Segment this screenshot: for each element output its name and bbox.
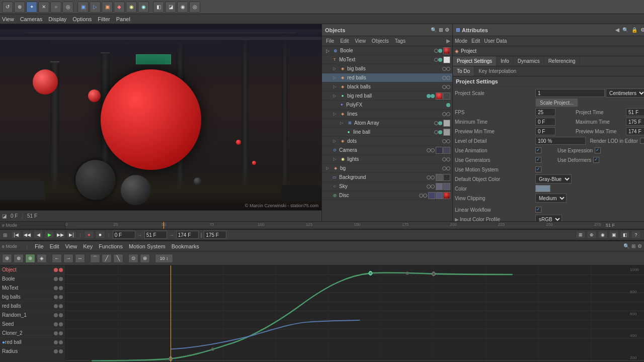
scene-item-boole[interactable]: ▷ ⊕ Boole (322, 46, 452, 55)
scene-item-blackballs[interactable]: ▷ ◈ black balls (322, 82, 452, 92)
tool-render4[interactable]: ◎ (189, 2, 200, 13)
scene-item-sky[interactable]: ○ Sky (322, 182, 452, 191)
menu-display[interactable]: Display (48, 16, 66, 22)
tl-tool-7[interactable]: ↔ (75, 254, 85, 263)
lines-vis2[interactable] (446, 112, 450, 116)
scene-item-lines[interactable]: ▷ ◈ lines (322, 110, 452, 119)
tool-move[interactable]: ⊕ (14, 2, 25, 13)
scene-item-disc[interactable]: ◎ Disc (322, 191, 452, 200)
motext-vis1[interactable] (434, 58, 438, 62)
tl-tool-num[interactable]: 10 ↕ (155, 254, 173, 263)
anim-btn-play-rev[interactable]: ◀ (33, 231, 43, 239)
scene-item-redballs[interactable]: ▷ ◈ red balls (322, 73, 452, 82)
scene-tab-more[interactable]: ▶ (446, 38, 450, 44)
tl-tool-4[interactable]: ◈ (37, 254, 47, 263)
scene-item-atom[interactable]: ▷ ⊞ Atom Array (322, 119, 452, 128)
linear-wf-check[interactable] (535, 207, 541, 213)
bigredballs-vis1[interactable] (427, 94, 431, 98)
attr-tab-edit[interactable]: Edit (471, 38, 480, 44)
tool-deformer[interactable]: ◆ (114, 2, 125, 13)
scene-item-lights[interactable]: ▷ ◉ lights (322, 155, 452, 164)
tool-select[interactable]: ↺ (2, 2, 13, 13)
tool-rotate[interactable]: ✦ (26, 2, 37, 13)
tl-expand-icon[interactable]: ⊞ (631, 243, 635, 249)
section-tab-keyinterp[interactable]: Key Interpolation (474, 66, 520, 76)
lines-vis1[interactable] (442, 112, 446, 116)
disc-vis1[interactable] (419, 194, 423, 198)
scene-item-bg[interactable]: ▷ ◈ bg (322, 164, 452, 173)
tl-tool-3[interactable]: ⊕ (25, 254, 35, 263)
use-gen-check[interactable] (535, 157, 541, 163)
tl-tool-6[interactable]: → (63, 254, 73, 263)
tl-tool-12[interactable]: ⊕ (140, 254, 150, 263)
input-color-select[interactable]: sRGB (535, 215, 562, 221)
anim-btn-next[interactable]: ▶▶ (55, 231, 65, 239)
scene-item-background[interactable]: ▭ Background (322, 173, 452, 182)
scale-project-btn[interactable]: Scale Project... (535, 98, 578, 107)
tool-cmd2[interactable]: ◎ (62, 2, 73, 13)
redballs-vis2[interactable] (446, 76, 450, 80)
polyfx-vis1[interactable] (446, 103, 450, 107)
color-swatch[interactable] (535, 185, 550, 192)
menu-cameras[interactable]: Cameras (20, 16, 43, 22)
attr-subtab-settings[interactable]: Project Settings (453, 56, 497, 66)
dots-vis1[interactable] (442, 139, 446, 143)
tool-render2[interactable]: ◪ (165, 2, 176, 13)
tl-tool-5[interactable]: ← (52, 254, 62, 263)
atom-vis1[interactable] (434, 121, 438, 125)
boole-vis1[interactable] (434, 49, 438, 53)
attr-settings-icon[interactable]: ⚙ (640, 27, 644, 33)
tool-render3[interactable]: ◉ (177, 2, 188, 13)
attr-subtab-referencing[interactable]: Referencing (544, 56, 580, 66)
tool-cube[interactable]: ▣ (77, 2, 89, 13)
scene-item-bigballs[interactable]: ▷ ◈ big balls (322, 64, 452, 73)
atom-vis2[interactable] (438, 121, 442, 125)
obj-color-select[interactable]: Gray-Blue (535, 174, 572, 184)
min-time-value[interactable]: 0 F (535, 118, 555, 126)
tl-menu-view[interactable]: View (65, 243, 77, 249)
lights-vis1[interactable] (442, 157, 446, 161)
boole-vis2[interactable] (438, 49, 442, 53)
preview-min-value[interactable]: 0 F (535, 127, 555, 135)
tool-geo[interactable]: ▷ (90, 2, 101, 13)
lod-value[interactable]: 100 % (535, 137, 586, 145)
anim-tool-5[interactable]: ◧ (620, 231, 630, 239)
tool-nurbs[interactable]: ▣ (102, 2, 113, 13)
fps-value[interactable]: 25 (535, 108, 555, 116)
anim-tool-1[interactable]: ⊞ (576, 231, 586, 239)
tl-menu-functions[interactable]: Functions (99, 243, 123, 249)
anim-btn-record[interactable]: ● (84, 231, 94, 239)
attr-tab-userdata[interactable]: User Data (484, 38, 507, 44)
disc-vis2[interactable] (423, 194, 427, 198)
scene-item-dots[interactable]: ▷ ◈ dots (322, 137, 452, 146)
tool-light[interactable]: ◉ (126, 2, 137, 13)
dots-vis2[interactable] (446, 139, 450, 143)
anim-btn-end[interactable]: ▶| (66, 231, 76, 239)
attr-tab-mode[interactable]: Mode (455, 38, 467, 44)
anim-tool-3[interactable]: ◉ (598, 231, 608, 239)
scene-tab-view[interactable]: View (353, 38, 368, 44)
sky-vis2[interactable] (431, 185, 435, 189)
scene-tab-file[interactable]: File (324, 38, 336, 44)
bigballs-vis1[interactable] (442, 67, 446, 71)
blackballs-vis2[interactable] (446, 85, 450, 89)
scene-tab-tags[interactable]: Tags (393, 38, 408, 44)
project-time-value[interactable]: 51 F (626, 108, 644, 116)
scene-filter-icon[interactable]: ⊞ (439, 27, 443, 33)
anim-end-field[interactable] (176, 231, 199, 239)
tl-tool-9[interactable]: ╱ (102, 254, 112, 263)
bigballs-vis2[interactable] (446, 67, 450, 71)
camera-vis2[interactable] (431, 148, 435, 152)
anim-start-field[interactable] (113, 231, 135, 239)
tl-tool-11[interactable]: ⊙ (128, 254, 138, 263)
tl-menu-key[interactable]: Key (83, 243, 93, 249)
anim-tool-2[interactable]: ⊕ (587, 231, 597, 239)
viewport-canvas[interactable]: © Marcin Czerwinski - station75.com (0, 24, 321, 210)
anim-current-field[interactable] (144, 231, 167, 239)
lineball-vis1[interactable] (434, 130, 438, 134)
section-tab-todo[interactable]: To Do (453, 66, 474, 76)
background-vis2[interactable] (431, 175, 435, 179)
attr-lock-icon[interactable]: 🔒 (631, 27, 637, 33)
use-def-check[interactable] (593, 157, 599, 163)
use-motion-check[interactable] (535, 166, 541, 172)
